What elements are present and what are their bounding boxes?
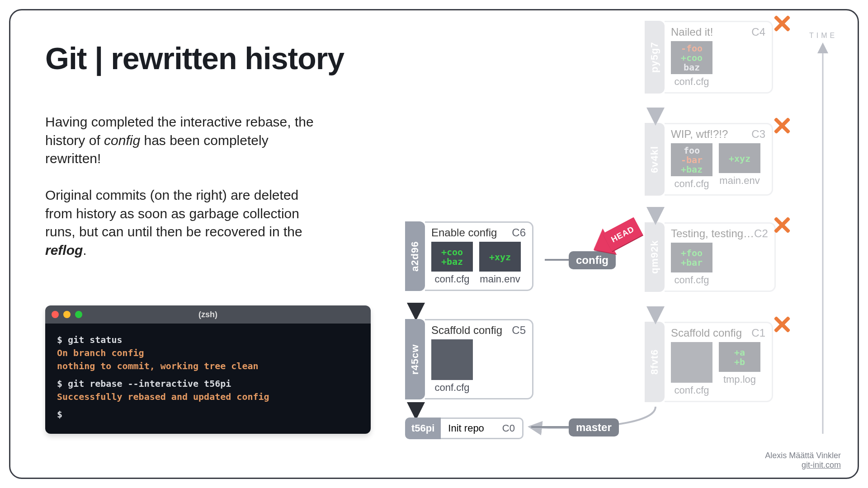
commit-hash: t56pi	[405, 418, 441, 439]
diff-block: +foo +bar	[671, 243, 712, 272]
commit-label: C1	[751, 327, 765, 339]
commit-c0: t56pi Init repo C0	[405, 418, 524, 439]
file-name: conf.cfg	[431, 382, 473, 394]
commit-c2: qm92k Testing, testing… C2 +foo +bar con…	[645, 222, 776, 292]
diff-block: foo -bar +baz	[671, 143, 712, 176]
diff-block	[671, 342, 712, 383]
diff-block: -foo +coo baz	[671, 41, 712, 74]
commit-hash: qm92k	[645, 222, 665, 292]
minimize-icon	[63, 311, 71, 318]
term-line: Successfully rebased and updated config	[57, 390, 359, 404]
file-name: main.env	[719, 175, 760, 187]
file-name: main.env	[479, 273, 521, 285]
diff-block: +coo +baz	[431, 242, 473, 272]
commit-message: Init repo	[448, 422, 484, 434]
diff-line: +coo	[681, 53, 703, 63]
text-emph: reflog	[45, 243, 83, 258]
diff-block: +xyz	[479, 242, 521, 272]
file-name: conf.cfg	[671, 178, 712, 190]
commit-graph: a2d96 Enable config C6 +coo +baz conf.cf…	[389, 9, 841, 461]
diff-block	[431, 339, 473, 380]
page-title: Git | rewritten history	[45, 41, 344, 76]
commit-message: WIP, wtf!?!?	[671, 128, 728, 141]
file-name: conf.cfg	[671, 385, 712, 396]
commit-c1: 8fvt6 Scaffold config C1 conf.cfg +a +b …	[645, 322, 773, 402]
term-line: $	[57, 408, 359, 421]
terminal-titlebar: (zsh)	[45, 305, 371, 324]
commit-label: C3	[751, 128, 765, 141]
zoom-icon	[75, 311, 82, 318]
term-line: nothing to commit, working tree clean	[57, 360, 359, 373]
file-name: conf.cfg	[671, 274, 712, 286]
deleted-x-icon	[773, 217, 789, 233]
diff-line: -bar	[681, 155, 703, 165]
commit-label: C0	[502, 422, 515, 434]
diff-block: +xyz	[719, 143, 760, 173]
diff-line: +bar	[681, 258, 703, 267]
author-name: Alexis Määttä Vinkler	[765, 451, 841, 460]
commit-message: Scaffold config	[431, 324, 502, 337]
commit-hash: a2d96	[405, 221, 425, 291]
diff-line: +a	[734, 348, 745, 357]
diff-line: +xyz	[729, 154, 750, 164]
term-line: $ git status	[57, 333, 359, 347]
diff-line: +baz	[681, 165, 703, 174]
diff-line: +xyz	[489, 253, 511, 262]
branch-master: master	[569, 418, 619, 436]
author-url: git-init.com	[765, 460, 841, 470]
diff-line: baz	[684, 63, 700, 72]
commit-message: Testing, testing…	[671, 227, 754, 240]
terminal-title: (zsh)	[198, 310, 217, 319]
window-controls	[52, 305, 82, 324]
diff-line: +coo	[441, 248, 463, 257]
diff-line: +baz	[441, 257, 463, 267]
text: Original commits (on the right) are dele…	[45, 188, 302, 239]
deleted-x-icon	[773, 117, 789, 134]
term-line: $ git rebase --interactive t56pi	[57, 377, 359, 390]
paragraph-1: Having completed the interactive rebase,…	[45, 113, 326, 168]
commit-c6: a2d96 Enable config C6 +coo +baz conf.cf…	[405, 221, 533, 291]
commit-label: C4	[751, 26, 765, 38]
commit-label: C6	[512, 226, 526, 239]
diff-line: +foo	[681, 249, 703, 258]
commit-hash: py5g7	[645, 21, 665, 94]
terminal-window: (zsh) $ git status On branch config noth…	[45, 305, 371, 434]
commit-label: C5	[512, 324, 526, 337]
commit-c5: r45cw Scaffold config C5 conf.cfg	[405, 319, 533, 399]
commit-hash: 8fvt6	[645, 322, 665, 402]
deleted-x-icon	[773, 15, 789, 32]
commit-message: Enable config	[431, 226, 497, 239]
close-icon	[52, 311, 59, 318]
term-line: On branch config	[57, 347, 359, 360]
deleted-x-icon	[773, 316, 789, 333]
file-name: conf.cfg	[431, 273, 473, 285]
file-name: tmp.log	[719, 374, 760, 385]
time-axis-label: TIME	[809, 32, 837, 40]
attribution: Alexis Määttä Vinkler git-init.com	[765, 451, 841, 470]
file-name: conf.cfg	[671, 76, 712, 88]
diff-block: +a +b	[719, 342, 760, 372]
diff-line: -foo	[681, 44, 703, 53]
commit-c4: py5g7 Nailed it! C4 -foo +coo baz conf.c…	[645, 21, 773, 94]
commit-label: C2	[754, 227, 768, 240]
commit-hash: r45cw	[405, 319, 425, 399]
diff-line: +b	[734, 357, 745, 367]
terminal-body: $ git status On branch config nothing to…	[45, 324, 371, 434]
text-emph: config	[104, 133, 140, 148]
paragraph-2: Original commits (on the right) are dele…	[45, 186, 326, 259]
diff-line: foo	[684, 146, 700, 155]
commit-hash: 6v4kl	[645, 123, 665, 196]
text: .	[83, 243, 86, 258]
commit-c3: 6v4kl WIP, wtf!?!? C3 foo -bar +baz conf…	[645, 123, 773, 196]
commit-message: Nailed it!	[671, 26, 713, 38]
commit-message: Scaffold config	[671, 327, 742, 339]
